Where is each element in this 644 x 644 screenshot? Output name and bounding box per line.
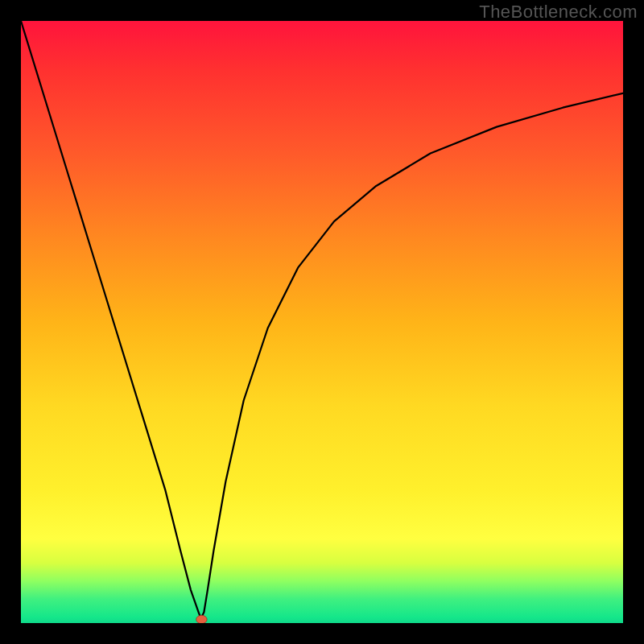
chart-frame: TheBottleneck.com [0,0,644,644]
curve-svg [21,21,623,623]
optimal-marker [196,615,207,623]
plot-area [21,21,623,623]
watermark-text: TheBottleneck.com [479,2,638,23]
bottleneck-curve [21,21,623,617]
